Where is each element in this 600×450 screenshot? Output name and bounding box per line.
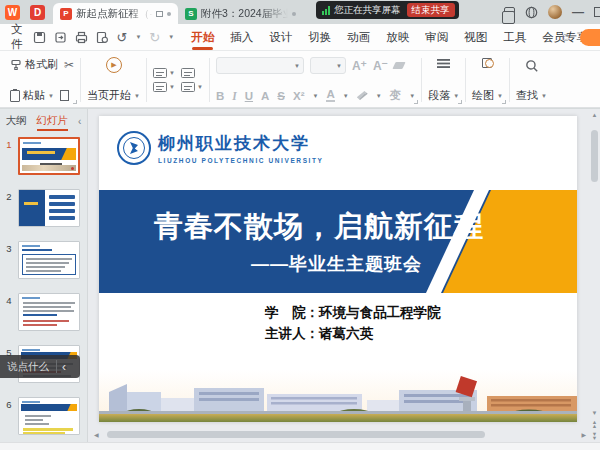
text-convert-button[interactable]: 变 [390,88,402,103]
ribbon-tab-insert[interactable]: 插入 [223,26,260,49]
chat-collapse-icon[interactable]: ‹ [62,360,66,374]
ribbon-tab-review[interactable]: 审阅 [418,26,455,49]
workspace-globe-icon[interactable] [525,6,538,19]
clear-format-icon[interactable] [392,62,405,69]
slide-canvas[interactable]: 柳州职业技术大学 LIUZHOU POLYTECHNIC UNIVERSITY … [99,116,577,422]
draw-button[interactable]: 绘图▼ [472,88,503,103]
slide-thumbnail-3[interactable] [18,241,80,279]
grow-font-button[interactable]: A⁺ [352,59,367,73]
upgrade-button[interactable] [580,29,600,46]
ribbon-tab-view[interactable]: 视图 [457,26,494,49]
slide-thumbnail-6[interactable] [18,397,80,435]
section-button[interactable]: ▼ [181,82,203,92]
ribbon-tab-design[interactable]: 设计 [262,26,299,49]
print-preview-icon[interactable] [96,31,109,44]
slide-thumbnail-row: 3 [0,241,87,279]
dialog-launcher-icon[interactable] [458,100,462,104]
tab-modified-dot [167,12,171,16]
chat-input-overlay[interactable]: 说点什么 ‹ [0,355,80,378]
italic-button[interactable]: I [232,90,236,102]
format-painter-button[interactable]: 格式刷 [10,57,58,72]
quick-access-caret-icon[interactable]: ▼ [168,34,174,40]
find-button[interactable]: 查找▼ [516,88,547,103]
docer-icon[interactable]: D [30,5,45,20]
superscript-button[interactable]: X² [293,90,305,102]
previous-slide-button[interactable]: ▲▲ [592,421,597,428]
speaker-value: 诸葛六英 [319,326,373,341]
dialog-launcher-icon[interactable] [414,100,418,104]
maximize-button[interactable] [594,7,600,17]
character-spacing-button[interactable]: A [261,90,269,102]
paste-button[interactable]: 粘贴 ▼ [10,88,54,103]
ribbon-toolbar: 格式刷 ✂ 粘贴 ▼ ▶ 当页开始 ▼ ▼ ▼ ▼ [0,51,600,108]
tab-slides[interactable]: 幻灯片 [37,111,69,131]
document-tab-spreadsheet[interactable]: S 附件3：2024届毕业生档案 [178,3,303,24]
new-slide-button[interactable]: ▼ [153,68,175,78]
font-size-select[interactable]: ▼ [310,57,346,74]
ribbon-tab-tools[interactable]: 工具 [496,26,533,49]
slide-thumbnail-2[interactable] [18,189,80,227]
find-group: 查找▼ [512,56,551,104]
document-tab-presentation[interactable]: P 新起点新征程（-诸葛六 [53,3,178,24]
scroll-down-icon[interactable]: ▼ [592,410,598,416]
shrink-font-button[interactable]: A⁻ [373,59,388,73]
slide-thumbnail-4[interactable] [18,293,80,331]
highlight-pen-icon[interactable] [357,91,368,100]
feedback-smiley-icon[interactable]: ☺ [560,30,572,44]
undo-icon[interactable]: ↺ [117,30,128,45]
font-color-button[interactable]: A [326,89,334,103]
end-share-button[interactable]: 结束共享 [407,3,455,17]
paragraph-icon [437,59,450,68]
scroll-right-icon[interactable]: ▶ [581,432,586,438]
play-icon[interactable]: ▶ [106,57,122,73]
slide-info-text: 学 院：环境与食品工程学院 主讲人：诸葛六英 [265,302,441,344]
slide-panel: 大纲 幻灯片 ‹ 1 2 3 [0,109,88,442]
font-name-select[interactable]: ▼ [216,57,304,74]
layout-button[interactable]: ▼ [153,82,175,92]
ribbon-tab-transition[interactable]: 切换 [301,26,338,49]
file-menu[interactable]: 文件 [11,22,23,52]
status-bar [0,442,600,450]
tab-window-icon[interactable] [156,11,163,17]
paragraph-button[interactable]: 段落▼ [428,88,459,103]
redo-icon[interactable]: ↻ [149,30,160,45]
ribbon-tab-animation[interactable]: 动画 [340,26,377,49]
clipboard-group: 格式刷 ✂ 粘贴 ▼ [6,56,78,104]
paste-icon [10,90,20,102]
university-name-cn: 柳州职业技术大学 [158,132,324,155]
university-emblem-icon [117,131,151,165]
minimize-button[interactable]: — [572,5,584,19]
scroll-left-icon[interactable]: ◀ [94,432,99,438]
dialog-launcher-icon[interactable] [502,100,506,104]
output-icon[interactable] [54,31,67,44]
undo-caret-icon[interactable]: ▼ [135,34,141,40]
layout-icon [153,82,167,92]
title-band: 青春不散场，启航新征程 ——毕业生主题班会 [99,190,577,293]
split-window-icon[interactable] [504,7,515,18]
next-slide-button[interactable]: ▼▼ [592,433,597,440]
save-icon[interactable] [33,31,46,44]
scroll-up-icon[interactable]: ▲ [592,112,598,118]
bold-button[interactable]: B [216,90,224,102]
user-avatar[interactable] [548,5,562,19]
dialog-launcher-icon[interactable] [73,100,77,104]
ribbon-tab-home[interactable]: 开始 [184,26,221,49]
strikethrough-button[interactable]: S [277,90,285,102]
wps-logo-icon[interactable]: W [5,5,20,20]
slide-number: 1 [0,137,18,175]
cut-icon[interactable]: ✂ [64,58,74,72]
copy-icon[interactable] [60,90,69,101]
collapse-panel-icon[interactable]: ‹ [78,116,81,127]
horizontal-scrollbar[interactable]: ◀ ▶ [94,430,586,439]
draw-group: 绘图▼ [468,56,507,104]
slide-from-template-button[interactable] [181,68,203,78]
play-from-current-button[interactable]: 当页开始 ▼ [87,88,140,103]
slide-thumbnail-1[interactable] [18,137,80,175]
underline-button[interactable]: U [245,90,253,102]
horizontal-scroll-thumb[interactable] [107,431,485,438]
tab-outline[interactable]: 大纲 [6,111,27,131]
vertical-scroll-thumb[interactable] [591,130,598,182]
print-icon[interactable] [75,31,88,44]
ribbon-tab-slideshow[interactable]: 放映 [379,26,416,49]
vertical-scrollbar[interactable]: ▲ ▼ ▲▲ ▼▼ [589,109,600,442]
